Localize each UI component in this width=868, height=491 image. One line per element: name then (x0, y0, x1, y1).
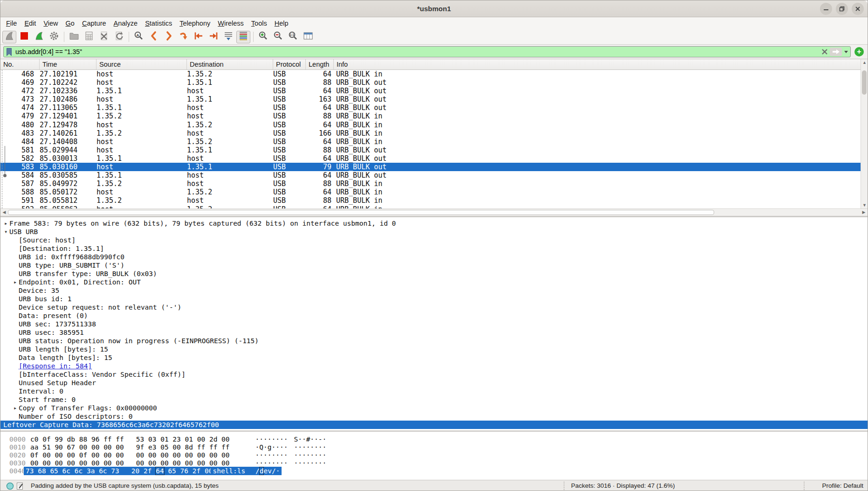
packet-row[interactable]: 59185.0558121.35.2hostUSB88URB_BULK in (0, 196, 861, 205)
detail-line[interactable]: URB length [bytes]: 15 (0, 345, 868, 353)
menu-analyze[interactable]: Analyze (110, 18, 142, 28)
minimize-button[interactable] (820, 3, 832, 15)
packet-row[interactable]: 47327.102486host1.35.1USB163URB_BULK out (0, 95, 861, 104)
detail-line[interactable]: Interval: 0 (0, 387, 868, 395)
zoom-in-button[interactable] (256, 31, 270, 43)
hex-bytes[interactable]: 73 68 65 6c 6c 3a 6c 7320 2f 64 65 76 2f… (24, 467, 214, 475)
zoom-original-button[interactable]: 1:1 (286, 31, 300, 43)
restart-capture-button[interactable] (32, 31, 46, 43)
detail-line[interactable]: URB usec: 385951 (0, 328, 868, 337)
column-header-destination[interactable]: Destination (187, 59, 273, 69)
expander-open-icon[interactable]: ▾ (0, 228, 9, 236)
menu-capture[interactable]: Capture (78, 18, 110, 28)
menu-go[interactable]: Go (62, 18, 78, 28)
menu-telephony[interactable]: Telephony (176, 18, 214, 28)
filter-expression-text[interactable]: usb.addr[0:4] == "1.35" (13, 48, 820, 55)
menu-file[interactable]: File (2, 18, 21, 28)
detail-line[interactable]: URB transfer type: URB_BULK (0x03) (0, 270, 868, 278)
packet-row[interactable]: 46927.102242host1.35.1USB88URB_BULK out (0, 78, 861, 87)
hex-row[interactable]: 0000c0 0f 99 db 88 96 ff ff53 03 01 23 0… (9, 436, 868, 443)
detail-line[interactable]: Data length [bytes]: 15 (0, 353, 868, 362)
detail-line[interactable]: [Source: host] (0, 236, 868, 244)
start-capture-button[interactable] (2, 31, 16, 43)
packet-row[interactable]: 48427.140408host1.35.2USB64URB_BULK in (0, 138, 861, 146)
detail-line[interactable]: URB bus id: 1 (0, 295, 868, 303)
hex-row[interactable]: 00200f 00 00 00 0f 00 00 0000 00 00 00 0… (9, 451, 868, 459)
colorize-packets-button[interactable] (236, 31, 250, 43)
detail-line[interactable]: Unused Setup Header (0, 379, 868, 387)
hex-row[interactable]: 0010aa 51 90 67 00 00 00 009f e3 05 00 8… (9, 443, 868, 451)
close-button[interactable] (852, 3, 864, 15)
detail-line[interactable]: URB sec: 1737511338 (0, 320, 868, 328)
open-file-button[interactable] (67, 31, 81, 43)
clear-filter-button[interactable] (821, 48, 828, 55)
scroll-right-arrow[interactable]: ▶ (860, 209, 868, 216)
hex-row-selected[interactable]: 004073 68 65 6c 6c 3a 6c 7320 2f 64 65 7… (9, 467, 868, 475)
packet-row[interactable]: 47427.1130651.35.1hostUSB64URB_BULK out (0, 104, 861, 112)
detail-line[interactable]: [Response in: 584] (0, 362, 868, 370)
detail-line[interactable]: URB id: 0xffff9688db990fc0 (0, 253, 868, 261)
ascii-bytes[interactable]: shell:ls /dev/· (211, 467, 282, 475)
next-packet-button[interactable] (162, 31, 176, 43)
close-file-button[interactable] (97, 31, 111, 43)
column-header-protocol[interactable]: Protocol (273, 59, 306, 69)
first-packet-button[interactable] (192, 31, 206, 43)
apply-filter-button[interactable] (830, 48, 842, 56)
go-to-packet-button[interactable] (177, 31, 191, 43)
resize-columns-button[interactable] (301, 31, 315, 43)
capture-comment-icon[interactable] (16, 482, 24, 490)
find-packet-button[interactable]: A (132, 31, 146, 43)
detail-line[interactable]: Number of ISO descriptors: 0 (0, 412, 868, 421)
hex-row[interactable]: 003000 00 00 00 00 00 00 0000 00 00 00 0… (9, 459, 868, 467)
detail-line[interactable]: URB type: URB_SUBMIT ('S') (0, 261, 868, 270)
expander-closed-icon[interactable]: ▸ (10, 404, 19, 412)
hex-bytes[interactable]: aa 51 90 67 00 00 00 009f e3 05 00 8d ff… (30, 443, 230, 451)
packet-row[interactable]: 58285.0300131.35.1hostUSB64URB_BULK out (0, 154, 861, 163)
detail-line[interactable]: ▸Copy of Transfer Flags: 0x00000000 (0, 404, 868, 412)
column-header-source[interactable]: Source (96, 59, 187, 69)
ascii-bytes[interactable]: ················ (255, 459, 327, 467)
packet-row[interactable]: 48327.1402611.35.2hostUSB166URB_BULK in (0, 129, 861, 138)
detail-line[interactable]: [bInterfaceClass: Vendor Specific (0xff)… (0, 370, 868, 379)
expander-closed-icon[interactable]: ▸ (0, 219, 9, 228)
detail-line[interactable]: Start frame: 0 (0, 395, 868, 404)
packet-row[interactable]: 58485.0305851.35.1hostUSB64URB_BULK out (0, 171, 861, 180)
reload-file-button[interactable] (112, 31, 126, 43)
scroll-down-arrow[interactable]: ▼ (861, 202, 868, 208)
scroll-left-arrow[interactable]: ◀ (0, 209, 8, 216)
ascii-bytes[interactable]: ·Q·g············ (255, 443, 327, 451)
profile-label[interactable]: Profile: Default (822, 482, 863, 489)
display-filter-input[interactable]: usb.addr[0:4] == "1.35" (3, 46, 851, 57)
detail-line-selected[interactable]: Leftover Capture Data: 7368656c6c3a6c732… (0, 421, 868, 429)
detail-line[interactable]: Device setup request: not relevant ('-') (0, 303, 868, 311)
horizontal-scroll-thumb[interactable] (8, 210, 714, 215)
last-packet-button[interactable] (207, 31, 220, 43)
packet-row[interactable]: 58885.050172host1.35.2USB64URB_BULK in (0, 188, 861, 196)
detail-line[interactable]: ▸Endpoint: 0x01, Direction: OUT (0, 278, 868, 286)
menu-edit[interactable]: Edit (21, 18, 40, 28)
menu-wireless[interactable]: Wireless (214, 18, 248, 28)
column-header-length[interactable]: Length (306, 59, 334, 69)
detail-line[interactable]: [Destination: 1.35.1] (0, 244, 868, 253)
expander-closed-icon[interactable]: ▸ (10, 278, 19, 286)
ascii-bytes[interactable]: ········S··#··-· (255, 436, 327, 443)
packet-row[interactable]: 59285.055862host1.35.2USB64URB_BULK in (0, 205, 861, 209)
packet-row[interactable]: 58185.029944host1.35.1USB88URB_BULK out (0, 146, 861, 154)
detail-line[interactable]: Device: 35 (0, 286, 868, 295)
auto-scroll-button[interactable] (221, 31, 235, 43)
packet-row-selected[interactable]: 58385.030160host1.35.1USB79URB_BULK out (0, 163, 861, 171)
detail-line[interactable]: ▸Frame 583: 79 bytes on wire (632 bits),… (0, 219, 868, 228)
restore-button[interactable] (836, 3, 848, 15)
expert-info-icon[interactable] (6, 482, 14, 490)
detail-line[interactable]: Data: present (0) (0, 311, 868, 320)
packet-list-vertical-scrollbar[interactable]: ▲ ▼ (861, 59, 868, 208)
zoom-out-button[interactable] (271, 31, 285, 43)
ascii-bytes[interactable]: ················ (255, 451, 327, 459)
packet-row[interactable]: 46827.102191host1.35.2USB64URB_BULK in (0, 70, 861, 78)
detail-line[interactable]: ▾USB URB (0, 228, 868, 236)
packet-row[interactable]: 58785.0499721.35.2hostUSB88URB_BULK in (0, 180, 861, 188)
previous-packet-button[interactable] (147, 31, 161, 43)
menu-help[interactable]: Help (271, 18, 292, 28)
filter-dropdown-button[interactable] (844, 50, 848, 54)
packet-row[interactable]: 48027.129478host1.35.2USB64URB_BULK in (0, 121, 861, 129)
